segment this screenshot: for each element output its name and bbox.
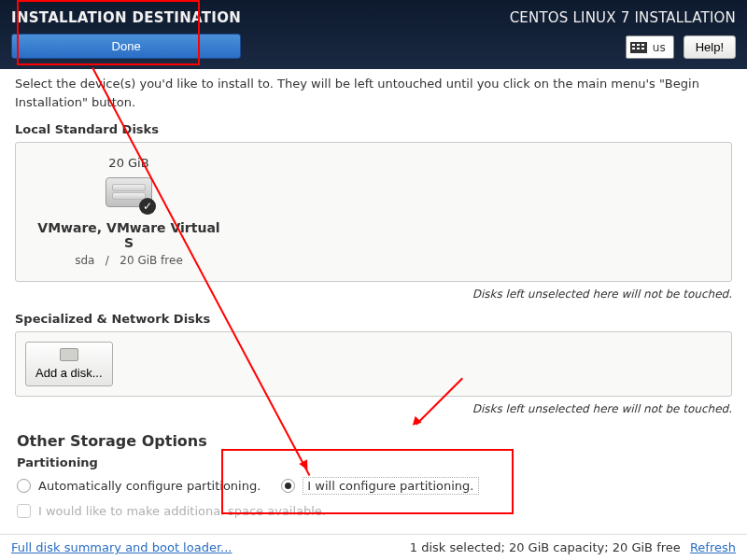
local-disks-panel: 20 GiB ✓ VMware, VMware Virtual S sda / …	[15, 142, 732, 282]
check-icon: ✓	[139, 198, 156, 215]
disk-icon: ✓	[106, 177, 152, 213]
page-title: INSTALLATION DESTINATION	[11, 9, 241, 26]
other-storage-heading: Other Storage Options	[17, 432, 732, 450]
keyboard-icon	[630, 42, 647, 53]
additional-space-label: I would like to make additional space av…	[38, 504, 326, 518]
footer-status: 1 disk selected; 20 GiB capacity; 20 GiB…	[410, 540, 736, 554]
radio-auto-partitioning[interactable]: Automatically configure partitioning.	[17, 479, 261, 493]
network-disks-panel: Add a disk...	[15, 331, 732, 397]
radio-auto-label: Automatically configure partitioning.	[38, 479, 261, 493]
radio-manual-label: I will configure partitioning.	[303, 477, 478, 495]
radio-manual-input[interactable]	[281, 479, 295, 493]
installer-title: CENTOS LINUX 7 INSTALLATION	[510, 9, 736, 26]
network-disks-note: Disks left unselected here will not be t…	[15, 402, 732, 415]
add-disk-icon	[60, 348, 78, 361]
radio-auto-input[interactable]	[17, 479, 31, 493]
additional-space-checkbox	[17, 504, 31, 518]
disk-summary-link[interactable]: Full disk summary and boot loader...	[11, 540, 232, 554]
local-disks-label: Local Standard Disks	[15, 122, 732, 136]
local-disks-note: Disks left unselected here will not be t…	[15, 287, 732, 301]
keyboard-layout: us	[653, 41, 666, 54]
partitioning-label: Partitioning	[17, 455, 732, 469]
add-disk-button[interactable]: Add a disk...	[25, 342, 113, 386]
help-button[interactable]: Help!	[684, 35, 736, 59]
keyboard-indicator[interactable]: us	[626, 35, 674, 59]
refresh-link[interactable]: Refresh	[690, 540, 736, 554]
disk-details: sda / 20 GiB free	[75, 254, 183, 267]
done-button[interactable]: Done	[11, 34, 241, 59]
content-area: Select the device(s) you'd like to insta…	[0, 69, 747, 518]
footer-bar: Full disk summary and boot loader... 1 d…	[0, 534, 747, 560]
disk-name: VMware, VMware Virtual S	[31, 220, 227, 250]
network-disks-label: Specialized & Network Disks	[15, 312, 732, 326]
disk-item[interactable]: 20 GiB ✓ VMware, VMware Virtual S sda / …	[31, 156, 227, 267]
header-bar: INSTALLATION DESTINATION Done CENTOS LIN…	[0, 0, 747, 69]
radio-manual-partitioning[interactable]: I will configure partitioning.	[281, 477, 478, 495]
add-disk-label: Add a disk...	[35, 366, 103, 380]
instruction-text: Select the device(s) you'd like to insta…	[15, 75, 732, 111]
disk-size: 20 GiB	[108, 156, 148, 170]
